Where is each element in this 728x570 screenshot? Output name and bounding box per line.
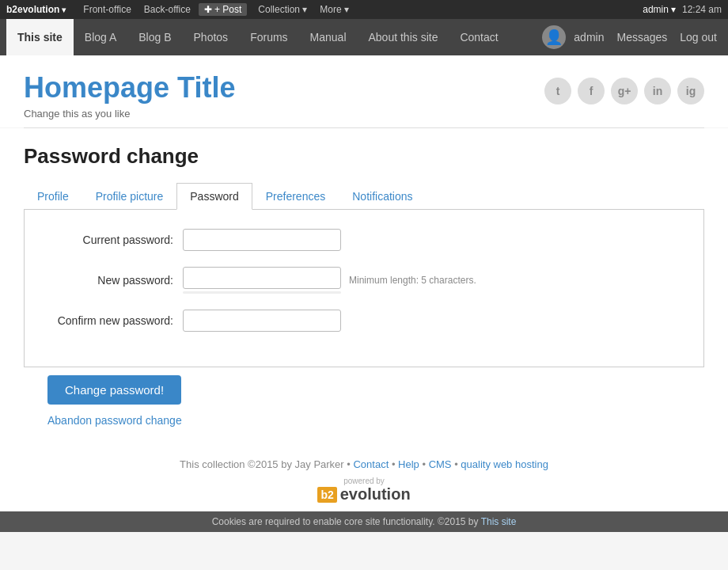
footer-copyright: This collection ©2015 by Jay Parker • — [180, 458, 351, 470]
site-header: Homepage Title Change this as you like t… — [0, 55, 728, 127]
linkedin-icon[interactable]: in — [644, 78, 671, 104]
nav-logout-link[interactable]: Log out — [675, 31, 722, 44]
back-office-link[interactable]: Back-office — [139, 4, 195, 15]
social-icons: t f g+ in ig — [544, 78, 704, 104]
current-password-label: Current password: — [40, 234, 183, 246]
instagram-icon[interactable]: ig — [677, 78, 704, 104]
admin-bar-left: b2evolution ▾ Front-office Back-office ✚… — [6, 3, 643, 16]
new-password-hint: Minimum length: 5 characters. — [349, 275, 476, 286]
footer-cms-link[interactable]: CMS — [429, 458, 452, 470]
front-office-link[interactable]: Front-office — [78, 4, 135, 15]
password-change-section: Password change Profile Profile picture … — [0, 128, 728, 443]
main-nav-right: 👤 admin Messages Log out — [542, 25, 722, 49]
abandon-password-link[interactable]: Abandon password change — [47, 414, 704, 427]
footer-links: This collection ©2015 by Jay Parker • Co… — [0, 458, 728, 470]
more-caret: ▾ — [344, 4, 349, 15]
plus-icon: ✚ — [204, 4, 212, 15]
new-password-label: New password: — [40, 274, 183, 287]
confirm-password-row: Confirm new password: — [40, 310, 688, 332]
nav-about[interactable]: About this site — [358, 19, 449, 55]
nav-admin-link[interactable]: admin — [569, 31, 609, 44]
nav-manual[interactable]: Manual — [299, 19, 358, 55]
collection-link[interactable]: Collection ▾ — [253, 4, 312, 15]
google-plus-icon[interactable]: g+ — [611, 78, 638, 104]
cookie-message: Cookies are required to enable core site… — [212, 516, 479, 527]
brand-logo[interactable]: b2evolution ▾ — [6, 4, 66, 15]
twitter-icon[interactable]: t — [544, 78, 571, 104]
confirm-password-input[interactable] — [183, 310, 341, 332]
change-password-button[interactable]: Change password! — [47, 375, 181, 405]
current-password-row: Current password: — [40, 229, 688, 251]
nav-contact[interactable]: Contact — [449, 19, 509, 55]
nav-messages-link[interactable]: Messages — [612, 31, 672, 44]
admin-time: 12:24 am — [682, 4, 722, 15]
new-password-input[interactable] — [183, 267, 341, 289]
cookie-site-link[interactable]: This site — [481, 516, 517, 527]
more-link[interactable]: More ▾ — [315, 4, 354, 15]
brand-caret: ▾ — [62, 6, 66, 14]
password-strength-bar — [183, 291, 341, 294]
tab-profile-picture[interactable]: Profile picture — [82, 183, 177, 210]
footer-logo: powered by b2 evolution — [0, 477, 728, 504]
admin-user[interactable]: admin ▾ — [643, 4, 676, 15]
site-subtitle: Change this as you like — [24, 108, 235, 120]
main-nav: This site Blog A Blog B Photos Forums Ma… — [0, 19, 728, 55]
avatar: 👤 — [542, 25, 566, 49]
header-text: Homepage Title Change this as you like — [24, 71, 235, 120]
tab-notifications[interactable]: Notifications — [339, 183, 426, 210]
new-password-wrapper — [183, 267, 341, 294]
avatar-image: 👤 — [545, 28, 563, 46]
nav-photos[interactable]: Photos — [183, 19, 240, 55]
footer-sep2: • — [422, 458, 428, 470]
admin-bar-right: admin ▾ 12:24 am — [643, 4, 722, 15]
footer-powered-by: powered by — [343, 477, 385, 485]
admin-label: admin — [643, 4, 669, 15]
nav-forums[interactable]: Forums — [239, 19, 298, 55]
footer-quality-hosting-link[interactable]: quality web hosting — [461, 458, 548, 470]
footer-help-link[interactable]: Help — [398, 458, 419, 470]
footer-b2-label: b2 — [317, 487, 336, 503]
cookie-bar: Cookies are required to enable core site… — [0, 511, 728, 532]
admin-caret: ▾ — [671, 4, 676, 15]
more-label: More — [320, 4, 341, 15]
tab-password[interactable]: Password — [176, 183, 252, 210]
tab-preferences[interactable]: Preferences — [252, 183, 339, 210]
post-button[interactable]: ✚ + Post — [199, 3, 247, 16]
profile-tabs: Profile Profile picture Password Prefere… — [24, 183, 704, 210]
password-change-title: Password change — [24, 144, 704, 169]
nav-blog-b[interactable]: Blog B — [127, 19, 182, 55]
tab-profile[interactable]: Profile — [24, 183, 82, 210]
site-title: Homepage Title — [24, 71, 235, 104]
footer-contact-link[interactable]: Contact — [353, 458, 389, 470]
post-label: + Post — [214, 4, 241, 15]
brand-name: b2evolution — [6, 4, 59, 15]
facebook-icon[interactable]: f — [578, 78, 605, 104]
new-password-row: New password: Minimum length: 5 characte… — [40, 267, 688, 294]
footer-sep1: • — [392, 458, 398, 470]
password-form-area: Current password: New password: Minimum … — [24, 210, 704, 367]
collection-label: Collection — [258, 4, 300, 15]
footer-evo-label: evolution — [340, 485, 411, 504]
current-password-input[interactable] — [183, 229, 341, 251]
nav-blog-a[interactable]: Blog A — [74, 19, 127, 55]
footer: This collection ©2015 by Jay Parker • Co… — [0, 443, 728, 511]
footer-brand: b2 evolution — [317, 485, 410, 504]
admin-bar: b2evolution ▾ Front-office Back-office ✚… — [0, 0, 728, 19]
main-nav-left: This site Blog A Blog B Photos Forums Ma… — [6, 19, 542, 55]
confirm-password-label: Confirm new password: — [40, 314, 183, 327]
collection-caret: ▾ — [302, 4, 307, 15]
nav-this-site[interactable]: This site — [6, 19, 74, 55]
